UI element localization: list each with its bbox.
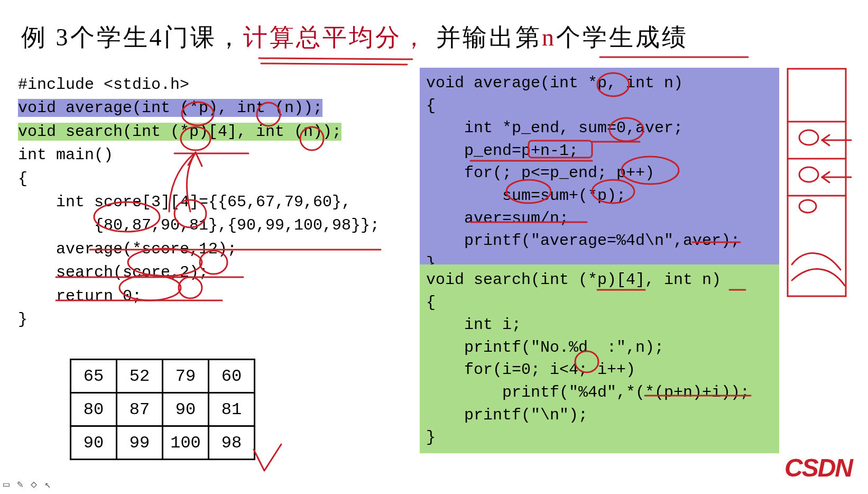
code-line: p_end=p+n-1;	[426, 140, 773, 162]
cell: 90	[71, 426, 117, 460]
code-line: average(*score,12);	[18, 237, 380, 261]
code-line: aver=sum/n;	[426, 207, 773, 230]
code-main: #include <stdio.h> void average(int (*p)…	[18, 73, 380, 331]
code-line: int i;	[426, 314, 773, 336]
code-line: for(i=0; i<4; i++)	[426, 359, 773, 381]
cell: 52	[117, 360, 163, 393]
title-seg-1: 例 3个学生4门课，	[21, 24, 243, 51]
cell: 87	[117, 393, 163, 426]
score-table: 65 52 79 60 80 87 90 81 90 99 100 98	[70, 359, 255, 460]
code-line: printf("%4d",*(*(p+n)+i));	[426, 381, 773, 404]
page-title: 例 3个学生4门课，计算总平均分， 并输出第n个学生成绩	[21, 21, 709, 54]
table-row: 65 52 79 60	[71, 360, 255, 393]
title-seg-2: 计算总平均分，	[243, 24, 428, 51]
cursor-icon[interactable]: ↖	[44, 478, 51, 491]
title-seg-3: 并输出第	[428, 24, 542, 51]
title-seg-5: 个学生成绩	[556, 24, 688, 51]
code-line: {	[18, 167, 380, 190]
pen-icon[interactable]: ✎	[17, 478, 23, 491]
code-line: {80,87,90,81},{90,99,100,98}};	[18, 214, 380, 237]
csdn-logo: CSDN	[784, 453, 852, 482]
toolbar: ▭ ✎ ◇ ↖	[3, 478, 51, 491]
code-line: printf("average=%4d\n",aver);	[426, 230, 773, 252]
code-line: int score[3][4]={{65,67,79,60},	[18, 190, 380, 214]
title-seg-4: n	[542, 24, 556, 51]
code-line: printf("No.%d :",n);	[426, 336, 773, 359]
code-line: void search(int (*p)[4], int n)	[426, 269, 773, 291]
draw-icon[interactable]: ▭	[3, 478, 10, 491]
code-line: void average(int (*p), int (n));	[18, 96, 380, 120]
cell: 79	[163, 360, 209, 393]
svg-line-1	[261, 63, 407, 65]
proto-average: void average(int (*p), int (n));	[18, 99, 322, 117]
proto-search: void search(int (*p)[4], int (n));	[18, 123, 341, 141]
cell: 98	[209, 426, 255, 460]
code-average-function: void average(int *p, int n) { int *p_end…	[420, 68, 779, 279]
code-search-function: void search(int (*p)[4], int n) { int i;…	[420, 264, 779, 453]
code-line: }	[18, 308, 380, 331]
code-line: #include <stdio.h>	[18, 73, 380, 96]
code-line: search(score,2);	[18, 261, 380, 284]
code-line: {	[426, 291, 773, 314]
cell: 60	[209, 360, 255, 393]
svg-point-40	[799, 200, 816, 213]
code-line: }	[426, 426, 773, 449]
code-line: int *p_end, sum=0,aver;	[426, 117, 773, 140]
cell: 80	[71, 393, 117, 426]
code-line: for(; p<=p_end; p++)	[426, 162, 773, 185]
code-line: {	[426, 95, 773, 117]
cell: 81	[209, 393, 255, 426]
cell: 99	[117, 426, 163, 460]
eraser-icon[interactable]: ◇	[31, 478, 37, 491]
cell: 90	[163, 393, 209, 426]
table-row: 90 99 100 98	[71, 426, 255, 460]
svg-point-39	[799, 167, 818, 182]
cell: 100	[163, 426, 209, 460]
cell: 65	[71, 360, 117, 393]
svg-point-38	[799, 130, 818, 145]
code-line: printf("\n");	[426, 404, 773, 427]
code-line: void average(int *p, int n)	[426, 72, 773, 95]
code-line: sum=sum+(*p);	[426, 185, 773, 207]
svg-line-0	[259, 58, 412, 59]
code-line: return 0;	[18, 285, 380, 308]
table-row: 80 87 90 81	[71, 393, 255, 426]
code-line: int main()	[18, 143, 380, 167]
code-line: void search(int (*p)[4], int (n));	[18, 120, 380, 143]
